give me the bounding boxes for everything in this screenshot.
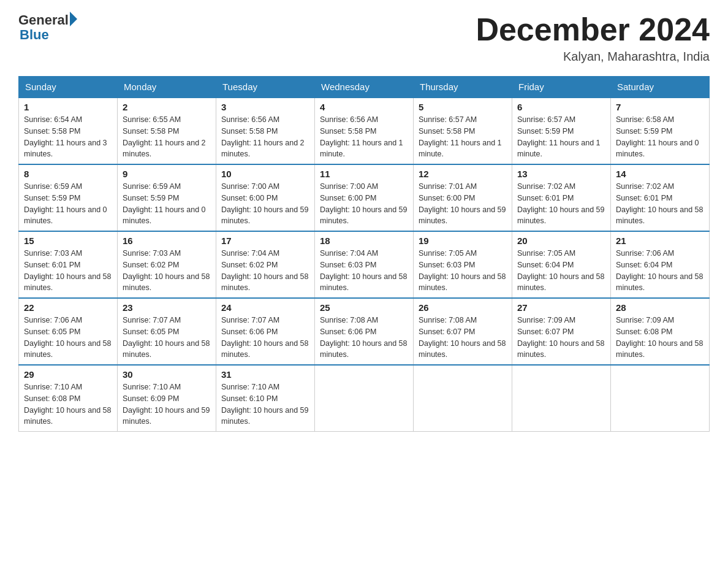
calendar-day-cell: 17 Sunrise: 7:04 AMSunset: 6:02 PMDaylig…	[216, 231, 315, 298]
calendar-day-cell: 25 Sunrise: 7:08 AMSunset: 6:06 PMDaylig…	[315, 298, 414, 365]
page-header: General Blue December 2024 Kalyan, Mahar…	[18, 12, 710, 64]
day-info: Sunrise: 6:56 AMSunset: 5:58 PMDaylight:…	[320, 114, 408, 160]
day-number: 15	[24, 236, 112, 246]
calendar-day-cell: 28 Sunrise: 7:09 AMSunset: 6:08 PMDaylig…	[611, 298, 710, 365]
calendar-week-row: 22 Sunrise: 7:06 AMSunset: 6:05 PMDaylig…	[19, 298, 710, 365]
day-info: Sunrise: 7:09 AMSunset: 6:08 PMDaylight:…	[616, 315, 704, 361]
logo: General Blue	[18, 12, 77, 43]
calendar-day-cell: 21 Sunrise: 7:06 AMSunset: 6:04 PMDaylig…	[611, 231, 710, 298]
day-number: 25	[320, 302, 408, 313]
day-info: Sunrise: 7:09 AMSunset: 6:07 PMDaylight:…	[517, 315, 605, 361]
day-info: Sunrise: 6:57 AMSunset: 5:59 PMDaylight:…	[517, 114, 605, 160]
calendar-header-row: SundayMondayTuesdayWednesdayThursdayFrid…	[19, 77, 710, 98]
calendar-day-cell: 9 Sunrise: 6:59 AMSunset: 5:59 PMDayligh…	[118, 164, 216, 231]
day-info: Sunrise: 7:00 AMSunset: 6:00 PMDaylight:…	[221, 181, 309, 227]
calendar-header-friday: Friday	[512, 77, 611, 98]
day-number: 22	[24, 302, 112, 313]
day-number: 29	[24, 369, 112, 380]
day-info: Sunrise: 7:08 AMSunset: 6:07 PMDaylight:…	[419, 315, 507, 361]
calendar-header-wednesday: Wednesday	[315, 77, 414, 98]
day-number: 27	[517, 302, 605, 313]
day-info: Sunrise: 7:04 AMSunset: 6:02 PMDaylight:…	[221, 248, 309, 294]
calendar-header-monday: Monday	[118, 77, 216, 98]
day-info: Sunrise: 7:10 AMSunset: 6:10 PMDaylight:…	[221, 381, 309, 427]
calendar-day-cell	[315, 365, 414, 432]
day-info: Sunrise: 7:02 AMSunset: 6:01 PMDaylight:…	[517, 181, 605, 227]
day-info: Sunrise: 6:55 AMSunset: 5:58 PMDaylight:…	[123, 114, 211, 160]
day-info: Sunrise: 7:03 AMSunset: 6:01 PMDaylight:…	[24, 248, 112, 294]
day-info: Sunrise: 6:59 AMSunset: 5:59 PMDaylight:…	[123, 181, 211, 227]
day-number: 5	[419, 102, 507, 112]
day-number: 14	[616, 169, 704, 179]
calendar-day-cell: 23 Sunrise: 7:07 AMSunset: 6:05 PMDaylig…	[118, 298, 216, 365]
calendar-day-cell: 3 Sunrise: 6:56 AMSunset: 5:58 PMDayligh…	[216, 98, 315, 164]
day-number: 19	[419, 236, 507, 246]
day-info: Sunrise: 7:00 AMSunset: 6:00 PMDaylight:…	[320, 181, 408, 227]
calendar-header-tuesday: Tuesday	[216, 77, 315, 98]
calendar-day-cell: 19 Sunrise: 7:05 AMSunset: 6:03 PMDaylig…	[414, 231, 512, 298]
calendar-day-cell	[611, 365, 710, 432]
day-number: 4	[320, 102, 408, 112]
day-number: 26	[419, 302, 507, 313]
day-info: Sunrise: 7:03 AMSunset: 6:02 PMDaylight:…	[123, 248, 211, 294]
day-info: Sunrise: 7:06 AMSunset: 6:04 PMDaylight:…	[616, 248, 704, 294]
day-number: 16	[123, 236, 211, 246]
day-number: 3	[221, 102, 309, 112]
month-title: December 2024	[476, 12, 710, 47]
calendar-day-cell	[512, 365, 611, 432]
calendar-day-cell: 22 Sunrise: 7:06 AMSunset: 6:05 PMDaylig…	[19, 298, 118, 365]
calendar-header-thursday: Thursday	[414, 77, 512, 98]
calendar-day-cell: 29 Sunrise: 7:10 AMSunset: 6:08 PMDaylig…	[19, 365, 118, 432]
calendar-day-cell: 8 Sunrise: 6:59 AMSunset: 5:59 PMDayligh…	[19, 164, 118, 231]
day-number: 17	[221, 236, 309, 246]
calendar-header-saturday: Saturday	[611, 77, 710, 98]
day-number: 24	[221, 302, 309, 313]
day-info: Sunrise: 7:01 AMSunset: 6:00 PMDaylight:…	[419, 181, 507, 227]
day-number: 11	[320, 169, 408, 179]
calendar-day-cell: 12 Sunrise: 7:01 AMSunset: 6:00 PMDaylig…	[414, 164, 512, 231]
day-info: Sunrise: 6:57 AMSunset: 5:58 PMDaylight:…	[419, 114, 507, 160]
calendar-day-cell: 26 Sunrise: 7:08 AMSunset: 6:07 PMDaylig…	[414, 298, 512, 365]
day-number: 6	[517, 102, 605, 112]
calendar-day-cell: 13 Sunrise: 7:02 AMSunset: 6:01 PMDaylig…	[512, 164, 611, 231]
day-info: Sunrise: 6:59 AMSunset: 5:59 PMDaylight:…	[24, 181, 112, 227]
day-number: 12	[419, 169, 507, 179]
day-number: 23	[123, 302, 211, 313]
calendar-week-row: 15 Sunrise: 7:03 AMSunset: 6:01 PMDaylig…	[19, 231, 710, 298]
day-info: Sunrise: 7:05 AMSunset: 6:03 PMDaylight:…	[419, 248, 507, 294]
calendar-day-cell: 4 Sunrise: 6:56 AMSunset: 5:58 PMDayligh…	[315, 98, 414, 164]
day-number: 1	[24, 102, 112, 112]
calendar-day-cell: 24 Sunrise: 7:07 AMSunset: 6:06 PMDaylig…	[216, 298, 315, 365]
calendar-day-cell: 20 Sunrise: 7:05 AMSunset: 6:04 PMDaylig…	[512, 231, 611, 298]
day-info: Sunrise: 7:05 AMSunset: 6:04 PMDaylight:…	[517, 248, 605, 294]
calendar-table: SundayMondayTuesdayWednesdayThursdayFrid…	[18, 76, 710, 432]
day-info: Sunrise: 7:07 AMSunset: 6:05 PMDaylight:…	[123, 315, 211, 361]
calendar-day-cell: 1 Sunrise: 6:54 AMSunset: 5:58 PMDayligh…	[19, 98, 118, 164]
day-number: 21	[616, 236, 704, 246]
calendar-header-sunday: Sunday	[19, 77, 118, 98]
day-number: 31	[221, 369, 309, 380]
location: Kalyan, Maharashtra, India	[476, 50, 710, 64]
day-info: Sunrise: 7:10 AMSunset: 6:08 PMDaylight:…	[24, 381, 112, 427]
calendar-week-row: 29 Sunrise: 7:10 AMSunset: 6:08 PMDaylig…	[19, 365, 710, 432]
logo-blue-text: Blue	[20, 27, 77, 43]
day-info: Sunrise: 7:07 AMSunset: 6:06 PMDaylight:…	[221, 315, 309, 361]
calendar-day-cell: 18 Sunrise: 7:04 AMSunset: 6:03 PMDaylig…	[315, 231, 414, 298]
calendar-day-cell: 15 Sunrise: 7:03 AMSunset: 6:01 PMDaylig…	[19, 231, 118, 298]
calendar-day-cell: 30 Sunrise: 7:10 AMSunset: 6:09 PMDaylig…	[118, 365, 216, 432]
day-number: 30	[123, 369, 211, 380]
day-number: 10	[221, 169, 309, 179]
logo-general-text: General	[18, 12, 69, 28]
day-info: Sunrise: 7:06 AMSunset: 6:05 PMDaylight:…	[24, 315, 112, 361]
day-number: 7	[616, 102, 704, 112]
day-info: Sunrise: 6:56 AMSunset: 5:58 PMDaylight:…	[221, 114, 309, 160]
title-area: December 2024 Kalyan, Maharashtra, India	[476, 12, 710, 64]
calendar-day-cell: 6 Sunrise: 6:57 AMSunset: 5:59 PMDayligh…	[512, 98, 611, 164]
calendar-day-cell: 10 Sunrise: 7:00 AMSunset: 6:00 PMDaylig…	[216, 164, 315, 231]
day-info: Sunrise: 6:54 AMSunset: 5:58 PMDaylight:…	[24, 114, 112, 160]
calendar-day-cell: 14 Sunrise: 7:02 AMSunset: 6:01 PMDaylig…	[611, 164, 710, 231]
calendar-day-cell: 2 Sunrise: 6:55 AMSunset: 5:58 PMDayligh…	[118, 98, 216, 164]
calendar-week-row: 8 Sunrise: 6:59 AMSunset: 5:59 PMDayligh…	[19, 164, 710, 231]
calendar-day-cell: 11 Sunrise: 7:00 AMSunset: 6:00 PMDaylig…	[315, 164, 414, 231]
day-info: Sunrise: 7:02 AMSunset: 6:01 PMDaylight:…	[616, 181, 704, 227]
